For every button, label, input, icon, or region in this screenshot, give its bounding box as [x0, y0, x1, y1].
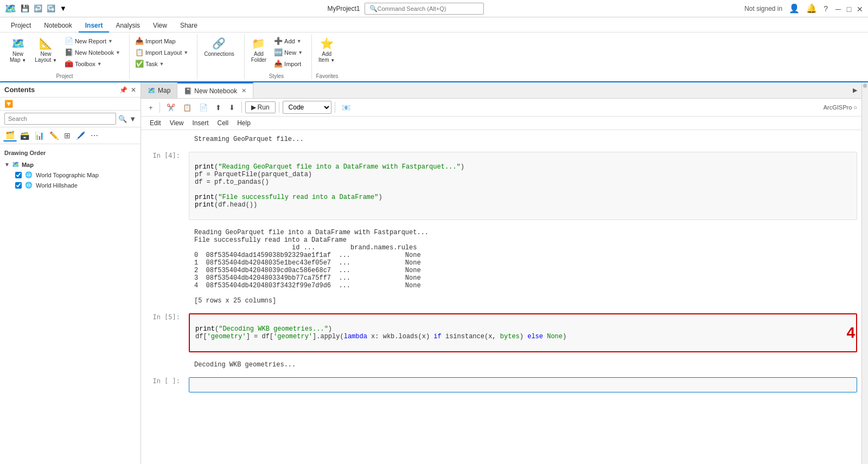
title-bar-right: Not signed in 👤 🔔 ? ─ □ ✕: [744, 3, 864, 14]
tree-map-item[interactable]: ▼ 🗺️ Map: [0, 159, 141, 170]
tool-list-button[interactable]: 🗂️: [3, 130, 17, 141]
styles-add-label: Add: [284, 38, 295, 44]
cell-empty-content[interactable]: [184, 375, 861, 395]
notification-icon[interactable]: 🔔: [806, 3, 817, 14]
toolbar-separator-3: [279, 102, 279, 113]
tab-close-button[interactable]: ✕: [241, 87, 246, 94]
tab-new-notebook[interactable]: 📓 New Notebook ✕: [177, 82, 253, 98]
cell-4-output-content: Reading GeoParquet file into a DataFrame…: [184, 224, 861, 309]
tree-item-world-hillshade[interactable]: 🌐 World Hillshade: [0, 180, 141, 190]
command-search-input[interactable]: [378, 5, 475, 12]
cell-add-button[interactable]: +: [145, 102, 156, 113]
project-name: MyProject1: [328, 5, 360, 12]
ribbon-group-label-connections: [201, 77, 238, 79]
tab-share[interactable]: Share: [174, 20, 204, 33]
command-search-bar[interactable]: 🔍: [365, 3, 484, 15]
styles-import-button[interactable]: 📥 Import: [272, 59, 305, 69]
styles-new-dropdown-icon: ▼: [298, 50, 303, 55]
new-report-button[interactable]: 📄 New Report ▼: [62, 36, 123, 46]
tool-chart-button[interactable]: 📊: [33, 130, 46, 141]
tab-analysis[interactable]: Analysis: [109, 20, 146, 33]
cell-5-container[interactable]: In [5]: print("Decoding WKB geometries..…: [141, 310, 861, 356]
panel-close-button[interactable]: ✕: [131, 86, 136, 94]
search-dropdown-button[interactable]: ▼: [129, 115, 136, 123]
new-notebook-button[interactable]: 📓 New Notebook ▼: [62, 47, 123, 57]
tool-edit-button[interactable]: ✏️: [47, 130, 61, 141]
cell-cut-button[interactable]: ✂️: [163, 102, 178, 113]
left-panel: Contents 📌 ✕ 🔽 🔍 ▼ 🗂️ 🗃️ 📊 ✏️ ⊞ 🖊️ ⋯: [0, 82, 141, 464]
styles-add-button[interactable]: ➕ Add ▼: [272, 36, 305, 46]
run-button[interactable]: ▶ Run: [245, 101, 276, 113]
tab-notebook[interactable]: Notebook: [37, 20, 78, 33]
cell-5-code[interactable]: print("Decoding WKB geometries...") df['…: [189, 313, 857, 352]
close-button[interactable]: ✕: [856, 5, 864, 12]
add-folder-button[interactable]: 📁 AddFolder: [248, 35, 270, 65]
ribbon-group-label-styles: Styles: [248, 71, 305, 79]
task-button[interactable]: ✅ Task ▼: [133, 59, 190, 69]
cell-4-content[interactable]: print("Reading GeoParquet file into a Da…: [184, 150, 861, 222]
cell-empty-container[interactable]: In [ ]:: [141, 374, 861, 396]
cell-5-output-text: Decoding WKB geometries...: [189, 359, 857, 371]
user-icon[interactable]: 👤: [789, 3, 800, 14]
run-label: Run: [258, 104, 270, 111]
tree-item-world-hillshade-checkbox[interactable]: [15, 182, 22, 189]
import-layout-button[interactable]: 📋 Import Layout ▼: [133, 47, 190, 57]
add-item-button[interactable]: ⭐ AddItem ▼: [315, 35, 338, 65]
menu-help[interactable]: Help: [233, 118, 255, 128]
search-button[interactable]: 🔍: [118, 115, 127, 123]
menu-view[interactable]: View: [165, 118, 188, 128]
quick-access-customize[interactable]: ▼: [60, 4, 67, 12]
code-string2: "File successfully read into a DataFrame…: [218, 194, 378, 201]
tool-pen-button[interactable]: 🖊️: [74, 130, 87, 141]
tab-insert[interactable]: Insert: [79, 20, 110, 33]
code-string-decode: "Decoding WKB geometries...": [219, 325, 328, 333]
cell-streaming-content: Streaming GeoParquet file...: [184, 131, 861, 147]
tree-map-arrow-icon: ▼: [4, 162, 10, 167]
quick-access-save[interactable]: 💾: [21, 4, 29, 12]
kernel-interrupt-button[interactable]: 📧: [339, 102, 354, 113]
cell-4-output-text: Reading GeoParquet file into a DataFrame…: [189, 227, 857, 307]
styles-new-button[interactable]: 🆕 New ▼: [272, 47, 305, 57]
search-input[interactable]: [4, 113, 116, 125]
panel-pin-button[interactable]: 📌: [119, 86, 127, 94]
import-map-button[interactable]: 📥 Import Map: [133, 36, 190, 46]
toolbar-separator-2: [241, 102, 242, 113]
cell-copy-button[interactable]: 📋: [180, 102, 195, 113]
connections-button[interactable]: 🔗 Connections: [201, 35, 238, 59]
toolbox-label: Toolbox: [75, 61, 95, 67]
tab-map[interactable]: 🗺️ Map: [141, 82, 177, 98]
cell-5-output-content: Decoding WKB geometries...: [184, 357, 861, 373]
cell-empty-input[interactable]: [189, 377, 857, 392]
tab-scroll-right-button[interactable]: ▶: [853, 87, 857, 94]
right-scrollbar[interactable]: [861, 82, 868, 464]
cell-4-container[interactable]: In [4]: print("Reading GeoParquet file i…: [141, 149, 861, 223]
ribbon-group-styles: 📁 AddFolder ➕ Add ▼ 🆕 New ▼ 📥: [246, 35, 312, 79]
help-icon[interactable]: ?: [824, 4, 828, 13]
menu-edit[interactable]: Edit: [145, 118, 165, 128]
minimize-button[interactable]: ─: [834, 5, 842, 12]
tab-project[interactable]: Project: [4, 20, 37, 33]
menu-insert[interactable]: Insert: [188, 118, 213, 128]
cell-type-select[interactable]: Code Markdown Raw: [283, 101, 331, 114]
tool-grid-button[interactable]: ⊞: [62, 130, 73, 141]
quick-access-undo[interactable]: ↩️: [34, 4, 42, 12]
cell-5-content[interactable]: print("Decoding WKB geometries...") df['…: [184, 311, 861, 355]
maximize-button[interactable]: □: [845, 5, 853, 12]
new-layout-button[interactable]: 📐 NewLayout ▼: [31, 35, 60, 65]
tree-item-world-topo-checkbox[interactable]: [15, 172, 22, 178]
cell-4-code[interactable]: print("Reading GeoParquet file into a Da…: [189, 152, 857, 220]
tool-more-button[interactable]: ⋯: [88, 130, 100, 141]
toolbox-button[interactable]: 🧰 Toolbox ▼: [62, 59, 123, 69]
quick-access-redo[interactable]: ↪️: [47, 4, 55, 12]
cell-move-up-button[interactable]: ⬆: [212, 102, 225, 113]
tree-item-world-topo[interactable]: 🌐 World Topographic Map: [0, 170, 141, 180]
menu-cell[interactable]: Cell: [213, 118, 233, 128]
cell-move-down-button[interactable]: ⬇: [226, 102, 238, 113]
cell-paste-button[interactable]: 📄: [196, 102, 211, 113]
code-lambda: lambda: [344, 333, 367, 340]
new-map-button[interactable]: 🗺️ NewMap ▼: [7, 35, 29, 65]
ribbon-group-favorites: ⭐ AddItem ▼ Favorites: [313, 35, 346, 79]
tool-db-button[interactable]: 🗃️: [18, 130, 31, 141]
scrollbar-thumb[interactable]: [863, 83, 867, 88]
tab-view[interactable]: View: [146, 20, 174, 33]
